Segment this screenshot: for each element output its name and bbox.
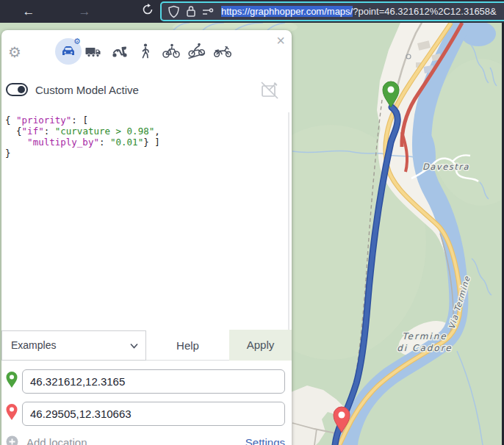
add-location-label[interactable]: Add location (26, 436, 87, 445)
edit-disabled-icon (259, 80, 280, 104)
permissions-icon[interactable] (202, 7, 215, 17)
close-icon[interactable]: × (273, 32, 289, 48)
profile-foot-button[interactable] (136, 42, 155, 61)
url-bar[interactable]: https://graphhopper.com/maps/?point=46.3… (160, 1, 504, 21)
browser-toolbar: ← → https://graphhopper.com/maps/?point=… (0, 0, 504, 23)
custom-model-editor[interactable]: { "priority": [ {"if": "curvature > 0.98… (1, 112, 287, 330)
custom-model-label: Custom Model Active (35, 84, 139, 96)
map-label-davestra: Davestra (422, 162, 469, 172)
profile-bike-button[interactable] (162, 42, 181, 61)
url-rest-text: ?point=46.321612%2C12.31658& (353, 6, 497, 17)
map-label-termine-line2: di Cadore (397, 343, 453, 353)
back-button[interactable]: ← (20, 3, 37, 21)
start-pin-icon (5, 371, 18, 388)
custom-model-badge-icon: ⚙ (73, 37, 81, 46)
scooter-icon (111, 43, 129, 60)
chevron-down-icon (130, 343, 138, 349)
profile-scooter-button[interactable] (110, 42, 129, 61)
truck-icon (84, 43, 102, 60)
settings-link[interactable]: Settings (245, 436, 285, 445)
url-text[interactable]: https://graphhopper.com/maps/?point=46.3… (221, 6, 497, 17)
lock-icon[interactable] (186, 5, 196, 18)
profile-small-truck-button[interactable] (84, 42, 103, 61)
mountain-bike-icon (187, 43, 206, 60)
apply-button[interactable]: Apply (229, 330, 292, 361)
url-selected-text: https://graphhopper.com/maps/ (221, 6, 353, 17)
map-label-termine-line1: Termine (402, 331, 447, 341)
reload-button[interactable] (139, 3, 156, 21)
examples-select-label: Examples (11, 339, 56, 351)
end-coordinate-input[interactable] (22, 402, 285, 426)
toggle-knob (18, 86, 25, 93)
start-coordinate-input[interactable] (22, 369, 285, 394)
profile-motorcycle-button[interactable] (213, 42, 232, 61)
editor-footer: Examples Help Apply (1, 330, 292, 361)
examples-select[interactable]: Examples (1, 330, 146, 361)
motorcycle-icon (213, 43, 232, 60)
add-location-row: Add location Settings (1, 431, 292, 445)
shield-icon[interactable] (168, 5, 180, 18)
editor-scrollbar[interactable] (288, 112, 289, 330)
pedestrian-icon (137, 43, 154, 60)
forward-button[interactable]: → (76, 3, 93, 21)
add-location-icon[interactable] (6, 435, 18, 445)
custom-model-row: Custom Model Active (1, 82, 292, 99)
routing-sidebar: ⚙ ⚙ (1, 30, 292, 445)
custom-model-toggle[interactable] (6, 83, 28, 96)
profile-mountain-bike-button[interactable] (187, 42, 206, 61)
settings-gear-icon[interactable]: ⚙ (5, 43, 24, 62)
help-button[interactable]: Help (146, 330, 229, 361)
end-pin-icon (5, 403, 18, 421)
bicycle-icon (162, 43, 181, 60)
reload-icon (142, 4, 154, 15)
